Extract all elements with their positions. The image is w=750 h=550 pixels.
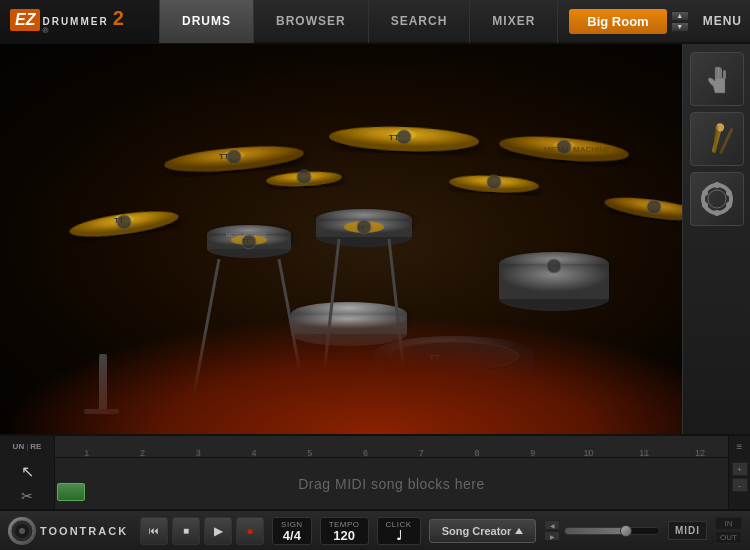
ruler-mark-1: 1 [59,448,115,458]
svg-text:TT: TT [524,277,532,283]
out-button[interactable]: OUT [715,531,742,544]
right-panel [682,44,750,434]
svg-point-67 [703,185,731,213]
tab-browser[interactable]: BROWSER [254,0,369,43]
sequencer-area: UN | RE 1 2 3 4 5 6 7 8 9 10 11 12 ≡ ↖ ✂… [0,434,750,509]
click-block: Click ♩ [377,517,421,545]
slider-fill [565,528,626,534]
play-button[interactable]: ▶ [204,517,232,545]
preset-down-arrow[interactable]: ▼ [671,22,689,32]
svg-rect-42 [84,409,119,414]
ruler-mark-6: 6 [338,448,394,458]
undo-button[interactable]: UN [13,442,25,451]
ruler-mark-10: 10 [561,448,617,458]
sequencer-track[interactable]: Drag MIDI song blocks here [55,458,728,509]
svg-line-46 [279,259,304,394]
in-button[interactable]: IN [715,517,742,530]
svg-rect-33 [291,314,407,334]
time-signature-block: Sign 4/4 [272,517,312,545]
svg-point-59 [95,404,655,434]
svg-rect-61 [719,68,722,79]
bottom-bar: TOONTRACK ⏮ ■ ▶ ● Sign 4/4 Tempo 120 Cli… [0,509,750,550]
svg-point-34 [374,336,534,372]
drag-midi-text: Drag MIDI song blocks here [298,476,485,492]
midi-block-sample[interactable] [57,483,85,501]
ez-logo: EZ [10,9,40,31]
svg-point-55 [487,175,501,189]
svg-point-73 [702,202,708,208]
tab-drums[interactable]: DRUMS [160,0,254,43]
rewind-button[interactable]: ⏮ [140,517,168,545]
preset-area: Big Room ▲ ▼ MENU [569,9,750,34]
slider-arrows: ◀ ▶ [544,520,560,541]
in-out-buttons: IN OUT [715,517,742,544]
preset-up-arrow[interactable]: ▲ [671,11,689,21]
svg-line-45 [194,259,219,394]
svg-rect-66 [719,128,734,155]
ring-icon-box[interactable] [690,172,744,226]
tempo-value: 120 [333,529,355,542]
scissors-tool-button[interactable]: ✂ [17,486,37,506]
drum-area: TT TT TT METAL MACHINE TT METAL MACHINE [0,44,750,434]
tab-mixer[interactable]: MIXER [470,0,558,43]
svg-point-32 [291,322,407,346]
nav-tabs: DRUMS BROWSER SEARCH MIXER [160,0,559,43]
volume-slider[interactable] [564,527,660,535]
svg-rect-44 [404,429,439,434]
svg-point-38 [374,336,534,372]
menu-button[interactable]: MENU [703,14,742,28]
record-button[interactable]: ● [236,517,264,545]
svg-rect-62 [723,70,726,79]
tempo-block: Tempo 120 [320,517,369,545]
svg-point-54 [397,130,411,144]
transport-controls: ⏮ ■ ▶ ● [140,517,264,545]
volume-down-arrow[interactable]: ◀ [544,520,560,530]
svg-point-52 [227,150,241,164]
svg-rect-60 [715,67,718,79]
preset-button[interactable]: Big Room [569,9,666,34]
svg-point-70 [726,190,732,196]
sign-value: 4/4 [283,529,301,542]
ruler-mark-7: 7 [394,448,450,458]
svg-point-31 [291,302,407,326]
sequencer-tools: ↖ ✂ [0,458,55,509]
ruler-mark-9: 9 [505,448,561,458]
select-tool-button[interactable]: ↖ [17,462,37,482]
svg-point-71 [726,202,732,208]
zoom-in-button[interactable]: + [732,462,748,476]
preset-arrows: ▲ ▼ [671,11,689,32]
midi-button[interactable]: MIDI [668,521,707,540]
song-creator-button[interactable]: Song Creator [429,519,537,543]
ruler-mark-8: 8 [449,448,505,458]
svg-point-58 [557,140,571,154]
version-label: 2 [113,7,124,30]
svg-point-51 [357,220,371,234]
slider-knob[interactable] [620,525,632,537]
song-creator-label: Song Creator [442,525,512,537]
ruler-mark-5: 5 [282,448,338,458]
svg-point-37 [394,372,514,396]
svg-text:TT: TT [429,353,440,363]
svg-point-49 [117,215,131,229]
logo-area: EZ DRUMMER ® 2 [0,0,160,43]
svg-point-57 [647,200,661,214]
svg-point-0 [75,344,675,434]
hand-icon-box[interactable] [690,52,744,106]
svg-text:METAL MACHINE: METAL MACHINE [544,145,611,154]
drum-kit-svg: TT TT TT METAL MACHINE TT METAL MACHINE [0,44,750,434]
ruler-marks: 1 2 3 4 5 6 7 8 9 10 11 12 [55,436,728,458]
ruler-mark-2: 2 [115,448,171,458]
stick-icon-box[interactable] [690,112,744,166]
volume-up-arrow[interactable]: ▶ [544,531,560,541]
redo-button[interactable]: RE [30,442,41,451]
sequencer-ruler: UN | RE 1 2 3 4 5 6 7 8 9 10 11 12 ≡ [0,436,750,458]
zoom-out-button[interactable]: - [732,478,748,492]
tab-search[interactable]: SEARCH [369,0,471,43]
svg-rect-36 [374,354,534,414]
svg-point-77 [19,528,25,534]
top-nav: EZ DRUMMER ® 2 DRUMS BROWSER SEARCH MIXE… [0,0,750,44]
song-creator-arrow-icon [515,528,523,534]
sequencer-options-button[interactable]: ≡ [728,436,750,458]
svg-point-72 [714,210,720,216]
stop-button[interactable]: ■ [172,517,200,545]
